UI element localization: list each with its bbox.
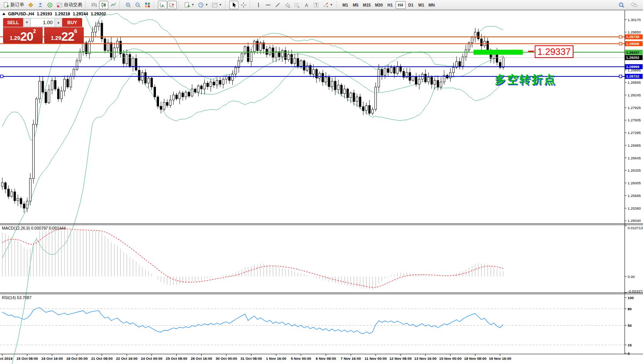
sell-button[interactable]: SELL xyxy=(3,18,23,27)
autotrading-label: 自动交易 xyxy=(64,2,82,8)
volume-decrease-button[interactable]: ▼ xyxy=(23,18,31,27)
timeframe-h4-button[interactable]: H4 xyxy=(396,1,406,9)
search-icon[interactable] xyxy=(617,1,626,9)
channel-icon: E xyxy=(284,2,290,8)
axis-label: 1.28565 xyxy=(628,80,641,84)
candle-body xyxy=(132,58,134,66)
periods-button[interactable]: ▼ xyxy=(196,1,210,9)
candle-body xyxy=(294,58,296,63)
candle-body xyxy=(434,80,436,84)
svg-text:F: F xyxy=(298,6,299,8)
candle-body xyxy=(36,99,38,124)
candle-body xyxy=(119,41,121,54)
timeframe-h1-button[interactable]: H1 xyxy=(385,1,395,9)
candle-body xyxy=(197,86,199,92)
crosshair-button[interactable] xyxy=(239,1,248,9)
candlestick-chart-icon xyxy=(101,2,107,8)
buy-button[interactable]: BUY xyxy=(62,18,82,27)
timeframe-m5-button[interactable]: M5 xyxy=(351,1,361,9)
trendline-button[interactable] xyxy=(273,1,282,9)
axis-label: 0.010713 xyxy=(628,226,643,230)
candle-body xyxy=(17,199,19,201)
candle-body xyxy=(20,199,22,204)
candle-body xyxy=(431,77,433,84)
bar-chart-button[interactable] xyxy=(89,1,99,9)
candle-body xyxy=(300,61,302,66)
timeframe-w1-button[interactable]: W1 xyxy=(416,1,426,9)
candle-body xyxy=(415,76,417,84)
timeframe-mn-button[interactable]: MN xyxy=(427,1,437,9)
volume-increase-button[interactable]: ▲ xyxy=(55,18,62,27)
sell-price-pips: 20 xyxy=(20,31,33,42)
candle-body xyxy=(502,58,504,68)
axis-label: 1.25685 xyxy=(628,194,641,198)
candle-body xyxy=(11,192,13,196)
fibonacci-icon: F xyxy=(294,2,300,8)
axis-label: 1.26645 xyxy=(628,156,641,160)
tile-windows-button[interactable] xyxy=(143,1,152,9)
candle-body xyxy=(384,69,386,75)
market-watch-button[interactable] xyxy=(36,1,45,9)
candle-body xyxy=(88,41,90,54)
candle-body xyxy=(331,81,333,86)
timeframe-m1-button[interactable]: M1 xyxy=(340,1,350,9)
new-order-button[interactable]: 新订单 xyxy=(2,1,26,9)
zoom-out-button[interactable] xyxy=(133,1,143,9)
signals-button[interactable] xyxy=(45,1,55,9)
zoom-in-button[interactable] xyxy=(124,1,133,9)
candle-body xyxy=(113,48,115,58)
candle-body xyxy=(465,50,467,57)
auto-scroll-button[interactable] xyxy=(158,1,167,9)
timeframe-d1-button[interactable]: D1 xyxy=(406,1,416,9)
axis-label: 24 Oct 00:00 xyxy=(141,356,162,361)
sell-price-display[interactable]: 1.29 20 2 xyxy=(3,27,43,43)
equidistant-channel-button[interactable]: E xyxy=(283,1,292,9)
vertical-line-icon xyxy=(255,2,262,8)
axis-label: 1 Nov 16:00 xyxy=(266,356,286,361)
chart-shift-button[interactable] xyxy=(167,1,177,9)
text-button[interactable]: A xyxy=(302,1,311,9)
templates-button[interactable]: ▼ xyxy=(210,1,224,9)
autotrading-button[interactable]: 自动交易 xyxy=(55,1,84,9)
bar-chart-icon xyxy=(91,2,97,8)
fibonacci-button[interactable]: F xyxy=(292,1,302,9)
axis-label: 1.25360 xyxy=(628,206,641,210)
text-label-button[interactable]: T xyxy=(312,1,321,9)
arrows-button[interactable]: ▼ xyxy=(321,1,335,9)
metaeditor-button[interactable] xyxy=(26,1,35,9)
collapse-panel-icon[interactable] xyxy=(2,13,5,15)
trendline-icon xyxy=(275,2,281,8)
candle-body xyxy=(297,58,299,66)
chinese-annotation: 多空转折点 xyxy=(495,72,556,88)
volume-input[interactable] xyxy=(31,18,55,27)
candle-body xyxy=(163,103,165,109)
cursor-button[interactable] xyxy=(229,1,239,9)
candlestick-chart-button[interactable] xyxy=(99,1,108,9)
chart-canvas[interactable]: 1.301701.298501.288851.285651.282451.279… xyxy=(0,10,643,364)
candle-body xyxy=(76,61,78,69)
buy-price-point: 6 xyxy=(74,28,77,34)
candle-body xyxy=(101,23,103,39)
candle-body xyxy=(396,66,398,73)
candle-body xyxy=(2,183,3,186)
periods-icon xyxy=(198,2,204,8)
candle-body xyxy=(14,192,16,200)
indicators-button[interactable]: ▼ xyxy=(182,1,196,9)
candle-body xyxy=(144,73,146,83)
toolbar-separator xyxy=(85,1,88,9)
candle-body xyxy=(60,91,62,99)
buy-price-display[interactable]: 1.29 22 6 xyxy=(44,27,84,43)
chat-icon[interactable] xyxy=(629,1,639,9)
candle-body xyxy=(194,89,196,92)
axis-label: 1.28969 xyxy=(626,65,639,69)
line-chart-button[interactable] xyxy=(109,1,118,9)
chart-window[interactable]: 1.301701.298501.288851.285651.282451.279… xyxy=(0,10,643,364)
axis-label: 1.27285 xyxy=(628,131,641,135)
horizontal-line-button[interactable] xyxy=(263,1,273,9)
vertical-line-button[interactable] xyxy=(254,1,263,9)
timeframe-m15-button[interactable]: M15 xyxy=(361,1,373,9)
axis-label: 30 Oct 00:00 xyxy=(215,356,237,361)
candle-body xyxy=(437,80,439,87)
timeframe-m30-button[interactable]: M30 xyxy=(373,1,384,9)
candle-body xyxy=(322,73,324,82)
